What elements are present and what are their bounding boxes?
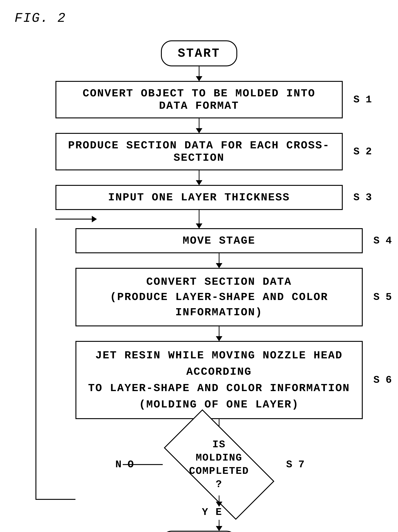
step-s3-label: S 3	[354, 192, 372, 203]
step-s4-label: S 4	[373, 235, 392, 247]
step-s5-container: CONVERT SECTION DATA(PRODUCE LAYER-SHAPE…	[76, 268, 363, 326]
no-horizontal-line	[123, 464, 163, 465]
flowchart: START CONVERT OBJECT TO BE MOLDED INTO D…	[14, 40, 384, 532]
start-label: START	[161, 40, 237, 66]
step-s6-label: S 6	[373, 374, 392, 386]
step-s7-label: S 7	[286, 459, 304, 470]
step-s6-container: JET RESIN WHILE MOVING NOZZLE HEAD ACCOR…	[76, 341, 363, 419]
step-s2: PRODUCE SECTION DATA FOR EACH CROSS-SECT…	[56, 133, 343, 170]
arrow-s2-to-s3	[199, 170, 199, 185]
step-s4-container: MOVE STAGE S 4	[76, 228, 363, 253]
end-terminal: END	[161, 531, 237, 532]
arrow-s5-to-s6	[219, 326, 220, 341]
arrow-s4-to-s5	[219, 253, 220, 268]
decision-text: IS MOLDING COMPLETED ?	[163, 438, 275, 491]
step-s5-label: S 5	[373, 291, 392, 303]
loop-wrapper: MOVE STAGE S 4 CONVERT SECTION DATA(PROD…	[35, 228, 363, 531]
step-s5: CONVERT SECTION DATA(PRODUCE LAYER-SHAPE…	[76, 268, 363, 326]
loop-left-vertical	[35, 228, 36, 500]
end-label: END	[161, 531, 237, 532]
loop-horizontal-line	[56, 219, 95, 220]
arrow-s3-to-s4	[199, 210, 199, 228]
page-title: FIG. 2	[14, 11, 384, 26]
step-s3: INPUT ONE LAYER THICKNESS	[56, 185, 343, 210]
start-terminal: START	[161, 40, 237, 66]
step-s2-label: S 2	[354, 146, 372, 158]
step-s6: JET RESIN WHILE MOVING NOZZLE HEAD ACCOR…	[76, 341, 363, 419]
loop-arrowhead	[92, 216, 97, 222]
step-s1-container: CONVERT OBJECT TO BE MOLDED INTO DATA FO…	[56, 81, 343, 118]
loop-inner-content: MOVE STAGE S 4 CONVERT SECTION DATA(PROD…	[76, 228, 363, 531]
step-s1: CONVERT OBJECT TO BE MOLDED INTO DATA FO…	[56, 81, 343, 118]
step-s3-container: INPUT ONE LAYER THICKNESS S 3	[56, 185, 343, 210]
decision-s7-area: IS MOLDING COMPLETED ? S 7 N O	[163, 434, 275, 495]
arrow-yes-down	[219, 495, 220, 506]
arrow-s1-to-s2	[199, 118, 199, 133]
loop-bottom-horizontal	[35, 499, 76, 500]
step-s2-container: PRODUCE SECTION DATA FOR EACH CROSS-SECT…	[56, 133, 343, 170]
decision-s7-wrapper: IS MOLDING COMPLETED ?	[163, 434, 275, 495]
arrow-start-to-s1	[199, 66, 199, 81]
step-s1-label: S 1	[354, 94, 372, 105]
step-s4: MOVE STAGE	[76, 228, 363, 253]
arrow-yes-to-end	[219, 520, 220, 531]
loop-entry-arrow	[56, 210, 343, 228]
